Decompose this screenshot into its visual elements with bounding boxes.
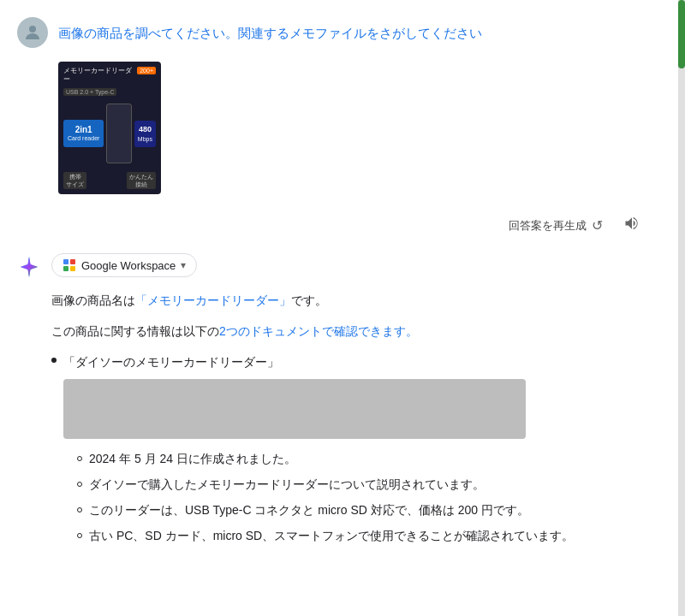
response-paragraph-2: この商品に関する情報は以下の2つのドキュメントで確認できます。: [51, 322, 658, 342]
bullet-item-1: 「ダイソーのメモリーカードリーダー」 2024 年 5 月 24 日に作成されま…: [51, 352, 658, 552]
product-body: 2in1 Card reader 480 Mbps: [63, 99, 156, 169]
bullet-item-1-content: 「ダイソーのメモリーカードリーダー」 2024 年 5 月 24 日に作成されま…: [63, 352, 574, 552]
svg-rect-2: [70, 259, 75, 264]
product-badge: 200+: [137, 67, 156, 74]
sub-bullet-circle-1: [77, 456, 82, 461]
response-paragraph-1: 画像の商品名は「メモリーカードリーダー」です。: [51, 291, 658, 311]
product-usb-label: USB 2.0 + Type-C: [63, 88, 116, 96]
product-image-title: メモリーカードリーダー: [63, 67, 137, 85]
user-message-row: 画像の商品を調べてください。関連するメモファイルをさがしてください: [17, 17, 658, 48]
regenerate-icon: ↺: [592, 217, 603, 234]
product-image-top: メモリーカードリーダー 200+: [63, 67, 156, 85]
svg-rect-3: [63, 266, 68, 271]
speaker-icon: [623, 218, 640, 235]
sub-bullet-item-2: ダイソーで購入したメモリーカードリーダーについて説明されています。: [63, 475, 574, 495]
response-text-1: 画像の商品名は: [51, 293, 135, 307]
doc-title-1: 「ダイソーのメモリーカードリーダー」: [63, 352, 574, 373]
product-speed-box: 480 Mbps: [134, 121, 156, 147]
product-blue-box: 2in1 Card reader: [63, 120, 104, 147]
regenerate-button[interactable]: 回答案を再生成 ↺: [502, 214, 610, 237]
scrollbar-thumb[interactable]: [678, 0, 685, 68]
response-text-2: この商品に関する情報は以下の: [51, 324, 219, 338]
user-avatar: [17, 17, 48, 48]
product-device-shape: [106, 104, 132, 163]
speaker-button[interactable]: [620, 211, 644, 240]
sub-bullet-circle-4: [77, 533, 82, 538]
workspace-label: Google Workspace: [81, 259, 176, 272]
product-tag1: 携帯 サイズ: [63, 172, 86, 189]
sub-bullet-item-1: 2024 年 5 月 24 日に作成されました。: [63, 449, 574, 470]
product-bottom: 携帯 サイズ かんたん 接続: [63, 172, 156, 189]
user-message-text: 画像の商品を調べてください。関連するメモファイルをさがしてください: [58, 17, 482, 44]
workspace-logo-icon: [63, 258, 76, 272]
workspace-badge[interactable]: Google Workspace ▾: [51, 253, 197, 277]
ai-response-row: Google Workspace ▾ 画像の商品名は「メモリーカードリーダー」で…: [17, 253, 658, 562]
sub-bullet-text-3: このリーダーは、USB Type-C コネクタと micro SD 対応で、価格…: [89, 500, 529, 521]
sub-bullet-circle-3: [77, 507, 82, 512]
sub-bullet-text-2: ダイソーで購入したメモリーカードリーダーについて説明されています。: [89, 475, 485, 495]
product-tag2: かんたん 接続: [127, 172, 156, 189]
sub-bullet-item-4: 古い PC、SD カード、micro SD、スマートフォンで使用できることが確認…: [63, 526, 574, 547]
sub-bullet-text-1: 2024 年 5 月 24 日に作成されました。: [89, 449, 296, 470]
scrollbar[interactable]: [678, 0, 685, 616]
bullet-list: 「ダイソーのメモリーカードリーダー」 2024 年 5 月 24 日に作成されま…: [51, 352, 658, 552]
product-name-highlight: 「メモリーカードリーダー」: [135, 293, 291, 307]
regenerate-label: 回答案を再生成: [509, 218, 587, 234]
doc-thumbnail-1: [63, 379, 526, 439]
sub-bullet-circle-2: [77, 482, 82, 487]
action-bar: 回答案を再生成 ↺: [17, 211, 644, 240]
response-text-1b: です。: [291, 293, 327, 307]
svg-point-0: [29, 26, 36, 33]
sub-bullet-item-3: このリーダーは、USB Type-C コネクタと micro SD 対応で、価格…: [63, 500, 574, 521]
ai-icon: [17, 255, 41, 279]
product-image-container: メモリーカードリーダー 200+ USB 2.0 + Type-C 2in1 C…: [58, 62, 658, 194]
sub-bullet-text-4: 古い PC、SD カード、micro SD、スマートフォンで使用できることが確認…: [89, 526, 574, 547]
product-usb-row: USB 2.0 + Type-C: [63, 88, 156, 96]
bullet-dot-1: [51, 358, 57, 363]
main-container: 画像の商品を調べてください。関連するメモファイルをさがしてください メモリーカー…: [0, 0, 678, 593]
svg-rect-4: [70, 266, 75, 271]
svg-rect-1: [63, 259, 68, 264]
ai-content: Google Workspace ▾ 画像の商品名は「メモリーカードリーダー」で…: [51, 253, 658, 562]
chevron-down-icon: ▾: [181, 259, 186, 271]
sub-bullet-list-1: 2024 年 5 月 24 日に作成されました。 ダイソーで購入したメモリーカー…: [63, 449, 574, 546]
product-image: メモリーカードリーダー 200+ USB 2.0 + Type-C 2in1 C…: [58, 62, 161, 194]
response-link-2: 2つのドキュメントで確認できます。: [219, 324, 418, 338]
